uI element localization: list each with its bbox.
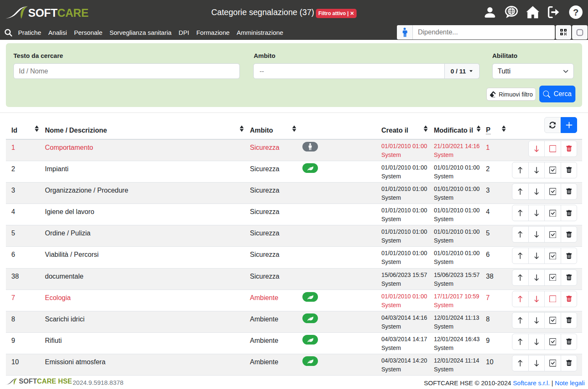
svg-text:?: ? xyxy=(573,7,578,18)
